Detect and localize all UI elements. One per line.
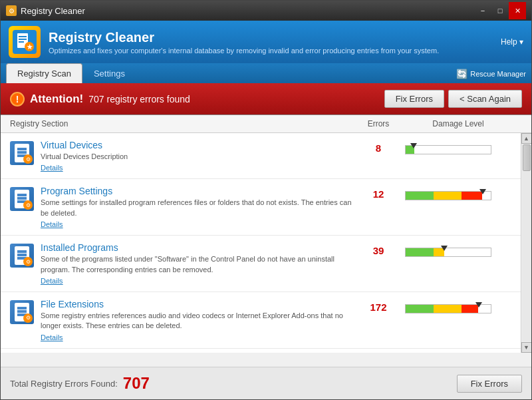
- tab-registry-scan[interactable]: Registry Scan: [6, 63, 82, 83]
- error-count-2: 39: [352, 245, 405, 256]
- item-damage-1: [405, 186, 511, 202]
- item-details-link-3[interactable]: Details: [41, 333, 352, 341]
- app-logo: ★: [9, 26, 41, 58]
- title-bar: ⚙ Registry Cleaner − □ ✕: [1, 1, 531, 21]
- item-body-2: Installed Programs Some of the programs …: [41, 242, 352, 285]
- item-damage-3: [405, 299, 511, 315]
- alert-buttons: Fix Errors < Scan Again: [384, 90, 522, 108]
- item-body-0: Virtual Devices Virtual Devices Descript…: [41, 140, 352, 172]
- window-title: Registry Cleaner: [21, 6, 85, 16]
- alert-banner: ! Attention! 707 registry errors found F…: [1, 83, 531, 115]
- window-controls: − □ ✕: [474, 2, 526, 19]
- minimize-button[interactable]: −: [474, 2, 491, 19]
- logo-inner: ★: [13, 30, 37, 54]
- item-damage-2: [405, 242, 511, 258]
- close-button[interactable]: ✕: [509, 2, 526, 19]
- tab-settings[interactable]: Settings: [82, 63, 136, 83]
- alert-attention: Attention!: [30, 93, 83, 106]
- table-row: ⚙ Virtual Devices Virtual Devices Descri…: [1, 133, 531, 179]
- app-subtitle: Optimizes and fixes your computer's inte…: [49, 47, 439, 55]
- main-content: ⚙ Virtual Devices Virtual Devices Descri…: [1, 133, 531, 353]
- item-details-link-0[interactable]: Details: [41, 164, 352, 172]
- svg-text:★: ★: [27, 43, 33, 51]
- scroll-track[interactable]: [522, 144, 531, 341]
- item-title-0[interactable]: Virtual Devices: [41, 140, 352, 150]
- table-row: ⚙ Unused Software Keys The registry keys…: [1, 349, 531, 353]
- footer-label: Total Registry Errors Found:: [10, 379, 118, 389]
- registry-items-list: ⚙ Virtual Devices Virtual Devices Descri…: [1, 133, 531, 353]
- scan-again-button[interactable]: < Scan Again: [448, 90, 522, 108]
- svg-rect-3: [19, 41, 24, 43]
- item-details-link-2[interactable]: Details: [41, 277, 352, 285]
- maximize-button[interactable]: □: [491, 2, 509, 19]
- item-damage-0: [405, 140, 511, 156]
- table-row: ⚙ Program Settings Some settings for ins…: [1, 179, 531, 236]
- app-window: ⚙ Registry Cleaner − □ ✕ ★: [0, 0, 532, 400]
- item-icon-2: ⚙: [10, 244, 34, 268]
- error-count-3: 172: [352, 301, 405, 313]
- scroll-down-arrow[interactable]: ▼: [521, 342, 532, 353]
- item-errors-2: 39: [352, 242, 405, 256]
- item-title-2[interactable]: Installed Programs: [41, 242, 352, 253]
- alert-message: 707 registry errors found: [88, 94, 190, 104]
- item-desc-2: Some of the programs listed under "Softw…: [41, 254, 352, 275]
- scroll-thumb[interactable]: [523, 144, 531, 171]
- item-body-3: File Extensions Some registry entries re…: [41, 299, 352, 341]
- svg-rect-1: [19, 36, 27, 37]
- item-errors-1: 12: [352, 186, 405, 200]
- title-bar-left: ⚙ Registry Cleaner: [6, 5, 85, 16]
- col-header-damage: Damage Level: [405, 119, 511, 128]
- fix-errors-button[interactable]: Fix Errors: [384, 90, 444, 108]
- item-desc-3: Some registry entries references audio a…: [41, 311, 352, 331]
- scrollbar[interactable]: ▲ ▼: [521, 133, 531, 353]
- footer: Total Registry Errors Found: 707 Fix Err…: [1, 367, 531, 399]
- footer-left: Total Registry Errors Found: 707: [10, 374, 150, 393]
- item-body-1: Program Settings Some settings for insta…: [41, 186, 352, 228]
- item-icon-0: ⚙: [10, 141, 34, 165]
- item-icon-1: ⚙: [10, 187, 34, 211]
- col-header-section: Registry Section: [10, 119, 352, 128]
- item-errors-0: 8: [352, 140, 405, 154]
- item-title-3[interactable]: File Extensions: [41, 299, 352, 309]
- header-left: ★ Registry Cleaner Optimizes and fixes y…: [9, 26, 439, 58]
- item-desc-1: Some settings for installed program refe…: [41, 198, 352, 218]
- app-title-block: Registry Cleaner Optimizes and fixes you…: [49, 30, 439, 55]
- error-count-1: 12: [352, 188, 405, 200]
- error-count-0: 8: [352, 142, 405, 154]
- item-details-link-1[interactable]: Details: [41, 220, 352, 228]
- rescue-manager-link[interactable]: 🔄 Rescue Manager: [456, 65, 526, 83]
- table-row: ⚙ Installed Programs Some of the program…: [1, 236, 531, 292]
- col-header-errors: Errors: [352, 119, 405, 128]
- item-title-1[interactable]: Program Settings: [41, 186, 352, 196]
- alert-icon: !: [10, 92, 25, 106]
- footer-fix-errors-button[interactable]: Fix Errors: [457, 375, 522, 393]
- help-button[interactable]: Help ▾: [501, 37, 523, 47]
- svg-rect-2: [19, 39, 27, 40]
- table-row: ⚙ File Extensions Some registry entries …: [1, 292, 531, 349]
- app-icon: ⚙: [6, 5, 17, 16]
- column-headers: Registry Section Errors Damage Level: [1, 115, 531, 133]
- scroll-up-arrow[interactable]: ▲: [521, 133, 532, 144]
- tabs-bar: Registry Scan Settings 🔄 Rescue Manager: [1, 63, 531, 83]
- item-icon-3: ⚙: [10, 300, 34, 324]
- footer-count: 707: [123, 374, 150, 393]
- app-header: ★ Registry Cleaner Optimizes and fixes y…: [1, 21, 531, 63]
- app-title: Registry Cleaner: [49, 30, 439, 45]
- item-errors-3: 172: [352, 299, 405, 313]
- item-desc-0: Virtual Devices Description: [41, 152, 352, 162]
- tabs-left: Registry Scan Settings: [6, 63, 136, 83]
- alert-left: ! Attention! 707 registry errors found: [10, 92, 190, 106]
